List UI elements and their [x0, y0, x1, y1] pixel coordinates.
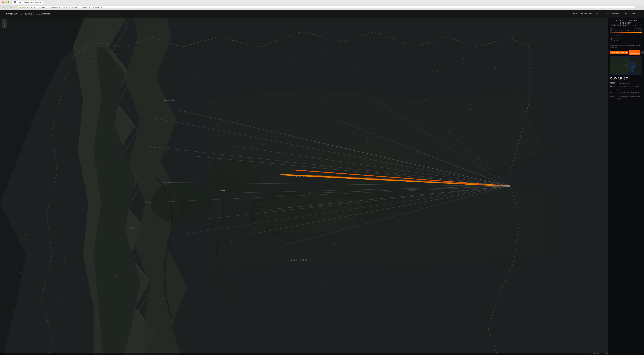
stat-displaced-to-number: 351 — [610, 91, 616, 94]
secure-icon: 🔒 — [19, 6, 21, 8]
attribution-csr[interactable]: Center for Spatial Research — [578, 353, 594, 354]
map-terrain — [0, 10, 644, 355]
traffic-lights — [2, 2, 10, 3]
svg-line-21 — [135, 186, 509, 203]
secure-label: Secure — [22, 7, 26, 8]
legend-destination-label: Destination — [636, 28, 642, 30]
zoom-controls: + − — [2, 19, 7, 28]
svg-line-15 — [338, 120, 509, 186]
municipality-select[interactable]: Select a Municipality Cumaribo Bogotá Me… — [610, 51, 628, 54]
svg-line-5 — [294, 170, 509, 186]
city-label-bogota: BOGOTÁ — [296, 175, 304, 177]
legend-section: Origin Destination 100 500 1,000 5,000 1… — [610, 28, 642, 33]
svg-point-1 — [150, 182, 213, 224]
svg-point-2 — [208, 159, 260, 195]
svg-line-12 — [270, 186, 509, 209]
refresh-button[interactable]: ↻ — [10, 6, 12, 9]
country-label-colombia: COLOMBIA — [290, 258, 312, 262]
svg-line-27 — [442, 125, 509, 186]
stat-row-displaced-from: 14,375 │ Displaced from Cumaribo (1985-2… — [610, 86, 642, 91]
svg-line-19 — [234, 146, 509, 186]
svg-rect-0 — [0, 10, 644, 355]
people-affected-label: Number of people affected — [610, 34, 642, 36]
city-label-medellin: MEDELLÍN — [164, 100, 174, 101]
svg-line-8 — [176, 110, 509, 186]
svg-line-24 — [322, 186, 509, 193]
dot-legend-section: Number of people affected > 100,000 — [610, 34, 642, 42]
dot-legend-medium: 50,000 - 100,000 — [610, 38, 642, 40]
stat-population-desc: │ Population (2005) — [617, 82, 630, 85]
legend-origin-label: Origin — [610, 28, 613, 30]
location-info: CUMARIBO 28,718 │ Population (2005) 14,3… — [610, 77, 642, 100]
dot-legend: > 100,000 50,000 - 100,000 — [610, 36, 642, 42]
zoom-out-button[interactable]: − — [3, 24, 7, 28]
nav-link-about[interactable]: ABOUT — [631, 13, 638, 15]
satellite-canvas — [610, 56, 642, 75]
forward-button[interactable]: › — [6, 6, 9, 9]
home-button[interactable]: ⌂ — [13, 6, 16, 9]
map-container[interactable]: MEDELLÍN BOGOTÁ IBAGUÉ CALI COLOMBIA + −… — [0, 10, 644, 355]
legend-gradient-bar — [610, 32, 642, 33]
stat-displaced-within-desc: │ Displaced within Cumaribo (1985-2015) — [617, 95, 642, 100]
address-bar[interactable]: 🔒 Secure https://centerforspatialresearc… — [18, 6, 635, 9]
all-displacement-button[interactable]: All Displacement — [629, 50, 640, 55]
legend-od-labels: Origin Destination — [610, 28, 642, 30]
dot-box-medium-icon — [611, 38, 612, 40]
svg-line-16 — [374, 99, 509, 186]
browser-tab[interactable]: Conflict Urbanism: Colombia ✕ — [12, 1, 43, 4]
top-nav: CONFLICT URBANISM: COLOMBIA MAP ANIMATIO… — [0, 10, 644, 18]
nav-link-interactive-viz[interactable]: INTERACTIVE VISUALIZATION — [596, 13, 627, 15]
svg-point-3 — [249, 190, 322, 237]
location-name: CUMARIBO — [610, 77, 642, 80]
displacement-lines — [0, 10, 644, 355]
right-panel: COLOMBIA'S REPORTED INTERNALLY DISPLACED… — [608, 18, 644, 355]
svg-line-18 — [182, 186, 509, 234]
site-title: CONFLICT URBANISM: COLOMBIA — [6, 13, 51, 15]
orange-line — [610, 81, 642, 81]
dot-legend-large: > 100,000 — [610, 36, 642, 38]
filter-row: Select a Municipality Cumaribo Bogotá Me… — [610, 50, 642, 55]
stat-displaced-from-number: 14,375 — [610, 86, 616, 88]
in-button[interactable]: In — [640, 51, 644, 54]
stat-displaced-from-desc: │ Displaced from Cumaribo (1985-2015) — [617, 86, 642, 91]
satellite-image — [610, 56, 642, 75]
minimize-window-button[interactable] — [5, 2, 6, 3]
svg-point-4 — [322, 167, 405, 219]
nav-link-map[interactable]: MAP — [572, 13, 577, 15]
close-window-button[interactable] — [2, 2, 4, 3]
extensions-icon[interactable]: ⋮ — [640, 6, 642, 9]
svg-line-26 — [416, 151, 509, 186]
svg-line-22 — [249, 186, 509, 234]
divider-1 — [610, 43, 642, 43]
map-markers — [0, 10, 644, 355]
maximize-window-button[interactable] — [8, 2, 10, 3]
svg-line-25 — [364, 177, 509, 186]
dot-legend-small: < 50,000 — [610, 40, 642, 42]
stat-population-number: 28,718 — [610, 82, 616, 85]
attribution-leaflet[interactable]: Leaflet — [574, 353, 578, 354]
stat-row-displaced-within: 1,209 │ Displaced within Cumaribo (1985-… — [610, 95, 642, 100]
tab-close-button[interactable]: ✕ — [40, 2, 41, 3]
svg-line-6 — [280, 175, 509, 186]
zoom-in-button[interactable]: + — [3, 19, 7, 24]
stat-displaced-to-desc: │ Displaced to Cumaribo (1985-2015) — [617, 92, 641, 94]
city-label-cali: CALI — [129, 227, 134, 229]
legend-scale-labels: 100 500 1,000 5,000 10,000 40,000 — [610, 30, 642, 31]
svg-line-13 — [239, 186, 509, 193]
browser-titlebar: Conflict Urbanism: Colombia ✕ — [0, 0, 644, 5]
back-button[interactable]: ‹ — [2, 6, 5, 9]
stat-line-3 — [610, 95, 642, 95]
selected-municipality-marker[interactable] — [508, 185, 510, 187]
svg-line-23 — [286, 186, 509, 245]
nav-link-animation[interactable]: ANIMATION — [581, 13, 592, 15]
dot-box-large-icon — [611, 36, 612, 38]
url-text: https://centerforspatialresearch.github.… — [27, 6, 104, 8]
stat-row-displaced-to: 351 │ Displaced to Cumaribo (1985-2015) — [610, 91, 642, 94]
svg-line-7 — [310, 175, 509, 186]
browser-chrome: Conflict Urbanism: Colombia ✕ ‹ › ↻ ⌂ 🔒 … — [0, 0, 644, 10]
svg-line-9 — [150, 117, 509, 186]
bookmark-icon[interactable]: ☆ — [636, 6, 639, 9]
bottom-attribution: Leaflet | Center for Spatial Research | … — [0, 353, 644, 355]
svg-line-14 — [312, 141, 509, 186]
dot-box-small-icon — [611, 41, 612, 41]
